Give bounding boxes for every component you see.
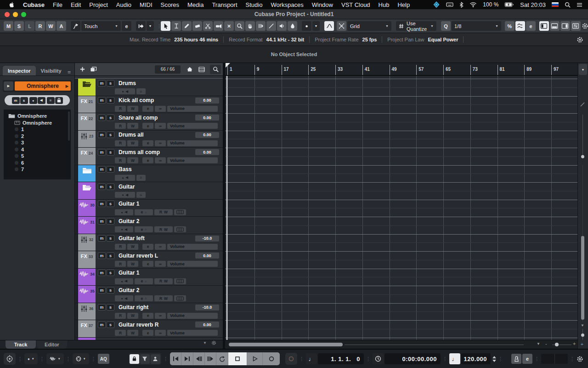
solo-button[interactable]: s bbox=[107, 235, 114, 242]
clock-icon[interactable] bbox=[373, 353, 384, 364]
record-enable-button[interactable]: ●◀ bbox=[115, 278, 133, 284]
solo-button[interactable]: s bbox=[107, 184, 114, 190]
write-automation-button[interactable]: W bbox=[127, 140, 138, 146]
read-write-buttons[interactable]: RW bbox=[154, 295, 173, 301]
erase-tool[interactable] bbox=[192, 21, 202, 31]
track-select-strip[interactable] bbox=[75, 251, 78, 268]
track-select-strip[interactable] bbox=[75, 269, 78, 286]
tab-inspector[interactable]: Inspector bbox=[3, 66, 36, 75]
global-automation-a-button[interactable]: A bbox=[57, 21, 66, 31]
left-zone-toggle[interactable] bbox=[539, 21, 549, 31]
record-enable-button[interactable]: ●◀ bbox=[115, 226, 133, 232]
solo-button[interactable]: s bbox=[107, 287, 114, 293]
track-select-strip[interactable] bbox=[75, 320, 78, 337]
read-automation-button[interactable]: R bbox=[115, 157, 126, 163]
tempo-track-icon[interactable]: ♩ bbox=[449, 353, 460, 364]
use-track-preset-button[interactable] bbox=[88, 65, 99, 74]
find-track-button[interactable] bbox=[210, 65, 221, 74]
track-scale-down-icon[interactable]: ▼ bbox=[203, 341, 207, 345]
record-button[interactable] bbox=[263, 352, 280, 365]
midi-record-mode-select[interactable]: ▼ bbox=[73, 353, 89, 364]
draw-tool[interactable] bbox=[182, 21, 192, 31]
volume-parameter-button[interactable]: Volume bbox=[167, 330, 218, 336]
menubar-item-edit[interactable]: Edit bbox=[67, 1, 85, 8]
position-display[interactable]: 1. 1. 1. 0 bbox=[318, 353, 364, 364]
read-automation-button[interactable]: R bbox=[115, 330, 126, 336]
track-select-strip[interactable] bbox=[75, 148, 78, 165]
solo-button[interactable]: s bbox=[20, 97, 28, 104]
grid-type-select[interactable]: Use Quantize▼ bbox=[396, 21, 436, 31]
instrument-section-header[interactable]: ▶ Omnisphere ▶ bbox=[3, 80, 72, 92]
stereo-channel-button[interactable] bbox=[174, 278, 186, 284]
menubar-item-media[interactable]: Media bbox=[183, 1, 208, 8]
vzoom-in-icon[interactable]: + bbox=[581, 342, 583, 347]
rewind-button[interactable] bbox=[193, 352, 205, 365]
bypass-inserts-button[interactable]: ∞ bbox=[155, 330, 166, 336]
spotlight-search-icon[interactable] bbox=[565, 2, 571, 8]
group-editing-button[interactable]: ≡ bbox=[136, 88, 146, 94]
info-line-setup-gear-icon[interactable] bbox=[577, 36, 583, 43]
edit-channel-button[interactable]: e bbox=[142, 244, 153, 250]
read-automation-button[interactable]: R bbox=[115, 261, 126, 267]
inspector-menu-icon[interactable]: = bbox=[68, 69, 72, 75]
stereo-channel-button[interactable] bbox=[174, 209, 186, 215]
menubar-item-transport[interactable]: Transport bbox=[208, 1, 241, 8]
write-automation-button[interactable]: W bbox=[127, 313, 138, 319]
bypass-inserts-button[interactable]: ∞ bbox=[155, 106, 166, 112]
track-value-field[interactable]: -10.0 bbox=[195, 236, 219, 242]
solo-button[interactable]: s bbox=[107, 218, 114, 224]
tree-scrollbar[interactable] bbox=[68, 111, 70, 141]
write-automation-button[interactable]: W bbox=[127, 261, 138, 267]
read-write-buttons[interactable]: RW bbox=[154, 278, 173, 284]
track-select-strip[interactable] bbox=[75, 96, 78, 113]
volume-parameter-button[interactable]: Volume bbox=[167, 106, 218, 112]
wifi-icon[interactable] bbox=[469, 2, 477, 7]
quantize-panel-button[interactable]: e bbox=[526, 21, 536, 31]
tree-item[interactable]: Omnisphere bbox=[6, 120, 69, 126]
menubar-item-file[interactable]: File bbox=[49, 1, 67, 8]
track-select-strip[interactable] bbox=[75, 79, 78, 96]
metronome-icon[interactable] bbox=[511, 354, 521, 364]
goto-previous-marker-button[interactable] bbox=[170, 352, 181, 365]
split-tool[interactable] bbox=[203, 21, 213, 31]
marker-display-field[interactable] bbox=[541, 354, 568, 364]
right-zone-toggle[interactable] bbox=[560, 21, 570, 31]
mute-button[interactable]: m bbox=[98, 149, 106, 155]
track-select-strip[interactable] bbox=[75, 113, 78, 130]
color-menu-button[interactable]: ▼ bbox=[312, 21, 320, 31]
global-automation-s-button[interactable]: S bbox=[14, 21, 24, 31]
group-editing-button[interactable]: ≡ bbox=[136, 175, 146, 181]
play-tool[interactable] bbox=[277, 21, 287, 31]
track-list-settings-gear-icon[interactable] bbox=[211, 340, 216, 345]
edit-freeze-buttons[interactable]: e○ bbox=[135, 278, 153, 284]
mute-button[interactable]: m bbox=[98, 115, 106, 121]
tab-track[interactable]: Track bbox=[6, 340, 36, 349]
track-row-partial[interactable] bbox=[75, 76, 223, 79]
menubar-item-workspaces[interactable]: Workspaces bbox=[266, 1, 307, 8]
track-row-guitar[interactable]: msGuitar●◀≡ bbox=[75, 182, 223, 200]
comp-tool[interactable] bbox=[245, 21, 255, 31]
bars-beats-icon[interactable]: ♩ bbox=[306, 353, 317, 364]
autoscroll-button[interactable] bbox=[136, 21, 146, 31]
menubar-item-midi[interactable]: MIDI bbox=[136, 1, 156, 8]
record-enable-button[interactable]: ●◀ bbox=[115, 295, 133, 301]
solo-button[interactable]: s bbox=[107, 149, 114, 155]
record-enable-button[interactable]: ●◀ bbox=[115, 88, 135, 94]
punch-out-icon[interactable] bbox=[151, 354, 160, 364]
time-display[interactable]: 0:00:00.000 bbox=[384, 353, 441, 364]
read-automation-button[interactable]: R bbox=[115, 123, 126, 129]
record-enable-button[interactable]: ●◀ bbox=[115, 209, 133, 215]
solo-button[interactable]: s bbox=[107, 270, 114, 276]
lower-zone-toggle[interactable] bbox=[550, 21, 560, 31]
tree-item[interactable]: 3 bbox=[6, 139, 69, 146]
tree-item[interactable]: Omnisphere bbox=[6, 113, 69, 120]
play-button[interactable] bbox=[247, 352, 263, 365]
read-automation-button[interactable]: R bbox=[115, 106, 126, 112]
lanes-button[interactable]: ≡ bbox=[47, 97, 55, 104]
track-visibility-agents-button[interactable] bbox=[184, 65, 195, 74]
edit-freeze-buttons[interactable]: e○ bbox=[135, 209, 153, 215]
menubar-item-scores[interactable]: Scores bbox=[157, 1, 183, 8]
track-row-guitar-left[interactable]: 32msGuitar left-10.0RWe∞Volume bbox=[75, 234, 223, 252]
apple-menu-icon[interactable] bbox=[5, 1, 19, 8]
track-select-strip[interactable] bbox=[75, 182, 78, 199]
